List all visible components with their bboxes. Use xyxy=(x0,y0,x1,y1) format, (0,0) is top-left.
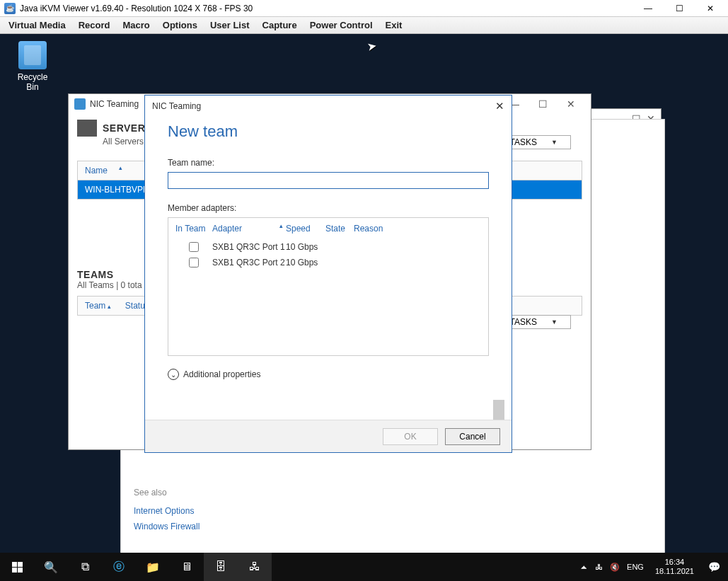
clock[interactable]: 16:34 18.11.2021 xyxy=(649,558,700,576)
nic-title: NIC Teaming xyxy=(90,99,139,109)
task-view-icon[interactable]: ⧉ xyxy=(68,553,102,581)
menu-options[interactable]: Options xyxy=(163,20,197,30)
menu-power-control[interactable]: Power Control xyxy=(310,20,373,30)
notifications-icon[interactable]: 💬 xyxy=(700,553,728,581)
col-team[interactable]: Team xyxy=(85,301,111,311)
adapter-name: SXB1 QR3C Port 2 xyxy=(212,258,286,268)
see-also-section: See also Internet Options Windows Firewa… xyxy=(134,488,200,537)
scrollbar-thumb[interactable] xyxy=(493,400,504,420)
maximize-button[interactable]: ☐ xyxy=(528,98,557,110)
remote-desktop: Recycle Bin — ☐ ✕ el 🔍 ccess ort 1 ort 2… xyxy=(0,34,728,581)
mouse-cursor-icon: ➤ xyxy=(366,39,377,54)
java-titlebar: ☕ Java iKVM Viewer v1.69.40 - Resolution… xyxy=(0,0,728,17)
col-in-team[interactable]: In Team xyxy=(175,224,212,234)
recycle-bin[interactable]: Recycle Bin xyxy=(11,41,54,92)
tasks-dropdown-teams[interactable]: TASKS xyxy=(502,315,571,329)
app-icon-1[interactable]: 🖥 xyxy=(170,553,204,581)
java-menubar: Virtual Media Record Macro Options User … xyxy=(0,17,728,34)
adapter-name: SXB1 QR3C Port 1 xyxy=(212,242,286,252)
windows-taskbar: 🔍 ⧉ ⓔ 📁 🖥 🗄 🖧 ⏶ 🖧 🔇 ENG 16:34 18.11.2021… xyxy=(0,553,728,581)
menu-virtual-media[interactable]: Virtual Media xyxy=(8,20,66,30)
recycle-bin-label: Recycle Bin xyxy=(11,72,54,92)
adapter-checkbox[interactable] xyxy=(189,242,199,252)
ie-icon[interactable]: ⓔ xyxy=(102,553,136,581)
adapter-row[interactable]: SXB1 QR3C Port 1 10 Gbps xyxy=(168,239,488,255)
tray-up-icon[interactable]: ⏶ xyxy=(580,563,588,571)
network-icon[interactable]: 🖧 xyxy=(595,563,603,571)
search-icon[interactable]: 🔍 xyxy=(34,553,68,581)
dialog-heading: New team xyxy=(168,122,489,141)
server-manager-icon[interactable]: 🗄 xyxy=(204,553,238,581)
adapter-speed: 10 Gbps xyxy=(286,258,328,268)
col-state[interactable]: State xyxy=(325,224,354,234)
start-button[interactable] xyxy=(0,553,34,581)
java-title: Java iKVM Viewer v1.69.40 - Resolution 1… xyxy=(20,4,635,13)
minimize-button[interactable]: — xyxy=(635,2,661,15)
nic-teaming-taskbar-icon[interactable]: 🖧 xyxy=(238,553,272,581)
recycle-bin-icon xyxy=(18,41,47,69)
menu-macro[interactable]: Macro xyxy=(122,20,149,30)
adapter-speed: 10 Gbps xyxy=(286,242,328,252)
additional-properties-toggle[interactable]: ⌄ Additional properties xyxy=(168,369,489,380)
see-also-heading: See also xyxy=(134,488,200,497)
team-name-label: Team name: xyxy=(168,158,489,168)
cancel-button[interactable]: Cancel xyxy=(445,428,500,445)
language-indicator[interactable]: ENG xyxy=(627,563,644,571)
explorer-icon[interactable]: 📁 xyxy=(136,553,170,581)
servers-icon xyxy=(77,120,97,137)
dialog-titlebar: NIC Teaming ✕ xyxy=(145,96,512,117)
close-icon[interactable]: ✕ xyxy=(495,100,504,113)
dialog-footer: OK Cancel xyxy=(145,420,512,452)
member-adapters-grid: In Team Adapter Speed State Reason SXB1 … xyxy=(168,217,489,356)
col-speed[interactable]: Speed xyxy=(286,224,325,234)
tasks-dropdown[interactable]: TASKS xyxy=(502,135,571,149)
col-reason[interactable]: Reason xyxy=(354,224,396,234)
menu-record[interactable]: Record xyxy=(79,20,110,30)
ok-button[interactable]: OK xyxy=(383,428,438,445)
col-adapter[interactable]: Adapter xyxy=(212,224,286,234)
dialog-title: NIC Teaming xyxy=(152,101,201,111)
link-internet-options[interactable]: Internet Options xyxy=(134,506,200,516)
volume-icon[interactable]: 🔇 xyxy=(610,563,620,572)
adapter-row[interactable]: SXB1 QR3C Port 2 10 Gbps xyxy=(168,255,488,270)
close-button[interactable]: ✕ xyxy=(557,98,585,110)
java-icon: ☕ xyxy=(4,3,16,14)
new-team-dialog: NIC Teaming ✕ New team Team name: Member… xyxy=(144,95,512,453)
maximize-button[interactable]: ☐ xyxy=(666,2,693,15)
chevron-down-icon: ⌄ xyxy=(168,369,179,380)
java-ikvm-window: ☕ Java iKVM Viewer v1.69.40 - Resolution… xyxy=(0,0,728,581)
system-tray: ⏶ 🖧 🔇 ENG xyxy=(580,563,649,572)
member-adapters-label: Member adapters: xyxy=(168,203,489,213)
close-button[interactable]: ✕ xyxy=(697,2,724,15)
adapter-checkbox[interactable] xyxy=(189,258,199,268)
link-windows-firewall[interactable]: Windows Firewall xyxy=(134,522,200,531)
menu-exit[interactable]: Exit xyxy=(386,20,403,30)
team-name-input[interactable] xyxy=(168,172,489,189)
grid-header: In Team Adapter Speed State Reason xyxy=(168,218,488,239)
nic-icon xyxy=(74,98,86,110)
menu-user-list[interactable]: User List xyxy=(210,20,250,30)
menu-capture[interactable]: Capture xyxy=(262,20,297,30)
